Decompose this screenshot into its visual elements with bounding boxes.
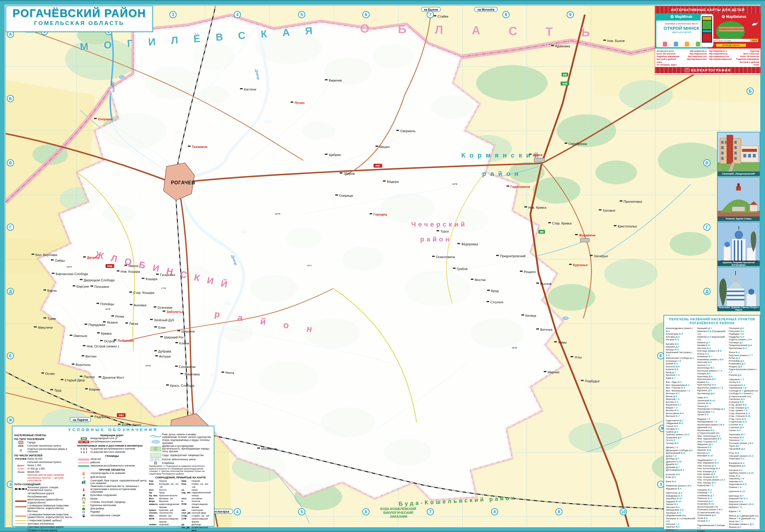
legend-row: Автомобильные дороги xyxy=(14,492,75,495)
map-label: Елки xyxy=(158,326,166,329)
mapminsk-pin-icon xyxy=(671,15,674,18)
city-symbol xyxy=(14,441,27,444)
grid-label-bottom: 8 xyxy=(491,508,498,515)
grid-label-bottom: 4 xyxy=(234,508,241,515)
direction-sign: на Быхов xyxy=(421,7,440,12)
map-label: Грабов xyxy=(457,267,467,270)
farm-symbol xyxy=(77,472,90,475)
legend-label: более 1 000 xyxy=(27,464,41,467)
legend-row: с усовершенствованным покрытием (цементо… xyxy=(14,513,75,519)
legend-label: Республиканские: xyxy=(27,495,48,498)
index-entry: Нов. Кривск Д-9 xyxy=(697,473,727,476)
index-entry: Пахарь Б-9 (Гадиловичский с/с) xyxy=(697,530,727,532)
index-entry: Барсуки Д-2 xyxy=(666,345,696,348)
index-entry: Княжинка Е-7 xyxy=(697,355,727,358)
map-label: Анновка xyxy=(134,303,147,307)
map-label: Воротынь xyxy=(76,363,91,366)
legend-label: с усовершенствованным покрытием (цементо… xyxy=(27,504,75,510)
index-entry: Нов. Пахарь В-5 xyxy=(697,481,727,484)
rail-symbol xyxy=(14,488,27,490)
map-label: Остров xyxy=(104,339,115,343)
legend-row: Санаторий, база отдыха, оздоровительный … xyxy=(77,479,147,485)
index-entry: Глинск В-5 xyxy=(666,425,696,428)
legend-label: с покрытием (гравий, щебень) xyxy=(27,519,62,522)
index-entry: Камень Д-7 xyxy=(697,341,727,344)
map-label: Ямное xyxy=(128,264,139,267)
legend-row: Автозаправочные станции xyxy=(77,514,147,517)
bzak-symbol xyxy=(77,465,90,467)
legend-row: Красным цветом даны названия населенных … xyxy=(14,474,75,482)
map-label: Турки xyxy=(47,317,56,320)
svg-text:М8: М8 xyxy=(563,73,567,76)
map-label: Дворецкая Слобода xyxy=(84,278,115,282)
index-entry: Драгунск Б-10 xyxy=(666,460,696,463)
index-entry: Буда Е-7 xyxy=(666,377,696,379)
index-entry: Осиновка В-10 (Болотнянский с/с) xyxy=(697,503,727,508)
map-label: Труд xyxy=(54,388,61,392)
index-entry: Хвойник (нежил.) Б-10 xyxy=(729,472,758,475)
mapbelarus-pin-icon xyxy=(722,15,725,18)
photo-caption: Рогачев. Курган Славы xyxy=(718,217,760,221)
grid-label-right: В xyxy=(704,160,710,166)
map-label: Адамовка xyxy=(555,44,570,48)
map-small-label: МТФ xyxy=(452,183,457,186)
index-entry: Столпня Ж-6 xyxy=(729,423,758,426)
legend-row: ⬍ 3 ⬍по дорогам местного значения xyxy=(77,451,147,454)
legend-label: Автомобильные дороги xyxy=(27,492,54,495)
map-label: Турск xyxy=(440,230,449,233)
legend-row: Дом рыбака xyxy=(77,507,147,510)
index-entry: Приднепровский Д-8 xyxy=(729,344,758,347)
index-entry: Каменка Е-8 (Курганский с/с) xyxy=(697,335,727,341)
museum-symbol xyxy=(77,497,90,500)
index-entry: Александровка (нежил.) В-5 xyxy=(666,327,696,332)
district-title: РОГАЧЁВСКИЙ РАЙОН xyxy=(6,7,153,20)
map-label: Свержень xyxy=(400,129,415,133)
region-subtitle: ГОМЕЛЬСКАЯ ОБЛАСТЬ xyxy=(6,20,153,27)
legend-row: с покрытием (гравий, щебень) xyxy=(14,519,75,522)
index-entry: Станьков В-5 xyxy=(729,401,758,404)
index-entry: Заречье В-5 xyxy=(666,525,696,528)
legend-row: Железные дороги; станции, остановочные п… xyxy=(14,486,75,491)
legend-row: Довскболее 1 000 xyxy=(14,464,75,467)
index-entry: Виричев Г-4 xyxy=(666,398,696,401)
index-entry: Осиновка (нежил.) В-6 (Старосельский с/с… xyxy=(697,508,727,514)
legend-row: Отдельно расположенные дворы и строения xyxy=(14,448,75,453)
map-label: Брод xyxy=(491,289,499,292)
index-entry: Смольное Д-3 xyxy=(729,398,758,401)
index-entry: Стреньки Д-4 xyxy=(729,426,758,429)
index-entry: Романовка Д-4 xyxy=(729,362,758,365)
map-label: Стар. Кошара xyxy=(133,291,155,294)
legend-row: ГРАНИЦЫ xyxy=(77,455,147,458)
index-entry: Казацкий Д-7 xyxy=(697,327,727,330)
index-entry: Городец Е-7 xyxy=(666,427,696,430)
svg-text:З: З xyxy=(660,482,662,487)
photo-caption: Церковь Покрова Пресвятой Богородицы xyxy=(718,262,760,266)
phone-illustration xyxy=(700,14,713,47)
index-entry: Вел. Стрелки Е-8 xyxy=(666,386,696,389)
map-label: Кристополье xyxy=(618,225,637,228)
index-entry: Белицк Ж-6 xyxy=(666,348,696,351)
index-entry: Мостки Д-7 xyxy=(697,452,727,455)
index-entry: Борхов В-8 xyxy=(666,368,696,371)
index-entry: Красница Д-5 xyxy=(697,375,727,378)
be-symbol: Е95 xyxy=(77,437,90,440)
map-label: Бирчанская Слобода xyxy=(56,272,88,276)
map-label: Химы xyxy=(558,340,567,344)
svg-text:Г: Г xyxy=(9,225,12,230)
index-entry: Новосёлки Г-3 xyxy=(697,484,727,487)
svg-text:Р97: Р97 xyxy=(376,164,380,167)
index-entry: Кристополье Б-9 xyxy=(697,383,727,386)
svg-text:Е95: Е95 xyxy=(562,82,567,85)
index-entry: Волоки В-3 xyxy=(666,409,696,412)
search-bar-illustration: Введите объект или адрес Поиск xyxy=(710,39,758,42)
svg-text:на Могилёв: на Могилёв xyxy=(477,8,494,11)
svg-text:8: 8 xyxy=(505,12,507,17)
grid-label-top: 4 xyxy=(234,11,241,18)
index-entry: Грабово (нежил.) В-4 xyxy=(666,433,696,436)
index-entry: Лиски Д-3 xyxy=(697,405,727,408)
legend-row: Лучинот 500 до 1 000 xyxy=(14,467,75,470)
grid-label-left: Д xyxy=(7,288,14,295)
index-entry: Осинники Д-3 xyxy=(697,500,727,503)
svg-text:Р93: Р93 xyxy=(119,414,124,417)
rgrav-symbol xyxy=(14,520,27,521)
